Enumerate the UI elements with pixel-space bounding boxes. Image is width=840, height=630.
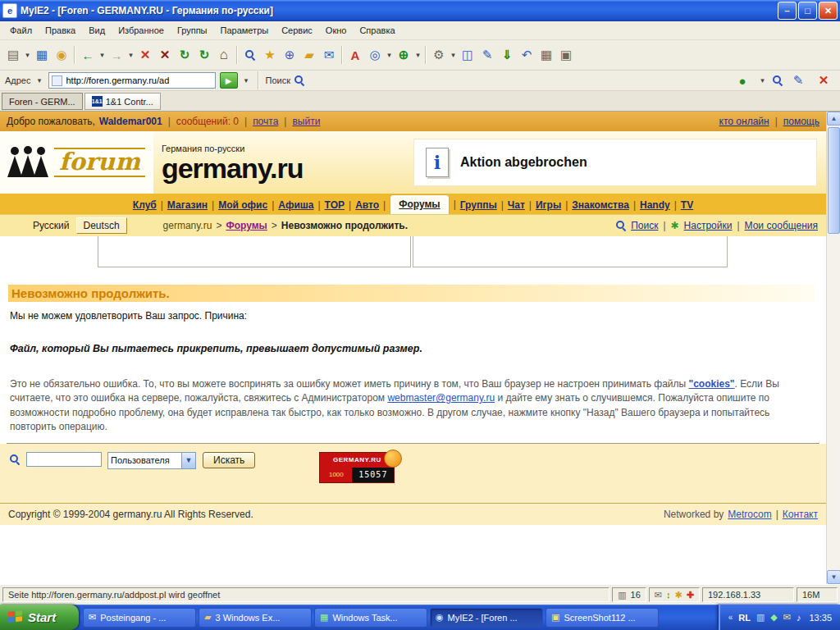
search-type-select[interactable]: Пользователя ▼ <box>107 452 196 469</box>
undo-icon[interactable]: ↶ <box>517 44 536 66</box>
mail-link[interactable]: почта <box>253 116 278 127</box>
users-icon[interactable]: ◎ <box>365 44 385 66</box>
back-icon[interactable]: ← <box>78 44 98 66</box>
user-search-input[interactable] <box>26 452 102 467</box>
nav-afisha[interactable]: Афиша <box>278 199 313 211</box>
scroll-down-icon[interactable]: ▼ <box>827 570 840 584</box>
nav-avto[interactable]: Авто <box>355 199 379 211</box>
tray-shield-icon[interactable]: ◆ <box>770 612 777 623</box>
who-online-link[interactable]: кто онлайн <box>719 116 769 127</box>
minimize-button[interactable]: – <box>778 2 797 20</box>
logout-link[interactable]: выйти <box>292 116 320 127</box>
accounts-icon[interactable]: ◉ <box>52 44 71 66</box>
highlight-icon[interactable]: ● <box>733 70 752 91</box>
lang-russian-button[interactable]: Русский <box>26 218 76 233</box>
download-icon[interactable]: ⇓ <box>497 44 517 66</box>
address-input[interactable] <box>65 75 212 86</box>
users-dropdown-icon[interactable]: ▾ <box>385 44 394 66</box>
breadcrumb-forums[interactable]: Форумы <box>226 220 267 231</box>
breadcrumb-site[interactable]: germany.ru <box>163 220 212 231</box>
quicksearch-icon[interactable] <box>294 75 304 85</box>
stop-icon[interactable]: ✕ <box>135 44 155 66</box>
taskbar-item-screenshot[interactable]: ▣ ScreenShot112 ... <box>546 608 659 628</box>
menu-options[interactable]: Параметры <box>214 24 276 37</box>
stop-all-icon[interactable]: ✕ <box>155 44 175 66</box>
print-icon[interactable]: ▣ <box>556 44 576 66</box>
search-panel-icon[interactable] <box>240 44 260 66</box>
nav-klub[interactable]: Клуб <box>133 199 157 211</box>
settings-link[interactable]: Настройки <box>684 220 733 231</box>
tray-mail-icon[interactable]: ✉ <box>783 612 791 623</box>
nav-tv[interactable]: TV <box>681 199 693 211</box>
tile-windows-icon[interactable]: ▦ <box>536 44 556 66</box>
forward-dropdown-icon[interactable]: ▾ <box>126 44 135 66</box>
nav-igry[interactable]: Игры <box>536 199 561 211</box>
nav-gruppy[interactable]: Группы <box>460 199 497 211</box>
close-button[interactable]: ✕ <box>819 2 838 20</box>
highlight-dropdown-icon[interactable]: ▾ <box>758 70 767 91</box>
search-submit-button[interactable]: Искать <box>203 452 255 468</box>
address-dropdown-icon[interactable]: ▾ <box>35 70 44 91</box>
help-link[interactable]: помощь <box>783 116 819 127</box>
favorites-icon[interactable]: ★ <box>260 44 280 66</box>
menu-file[interactable]: Файл <box>3 24 39 37</box>
taskbar-clock[interactable]: 13:35 <box>809 613 832 623</box>
site-block[interactable]: Германия по-русски germany.ru <box>162 144 304 182</box>
split-view-icon[interactable]: ◫ <box>458 44 477 66</box>
nav-handy[interactable]: Handy <box>640 199 670 211</box>
menu-window[interactable]: Окно <box>319 24 354 37</box>
folder-icon[interactable]: ▰ <box>299 44 319 66</box>
subnav-search-icon[interactable] <box>616 221 626 231</box>
page-scrollbar[interactable]: ▲ ▼ <box>826 112 840 584</box>
go-button[interactable]: ▶ <box>220 72 238 89</box>
tab-foren[interactable]: Foren - GERM... <box>2 93 83 110</box>
taskbar-item-posteingang[interactable]: ✉ Posteingang - ... <box>83 608 196 628</box>
translate-dropdown-icon[interactable]: ▾ <box>413 44 422 66</box>
refresh-all-icon[interactable]: ↻ <box>194 44 214 66</box>
clear-icon[interactable]: ✕ <box>814 70 833 91</box>
nav-top[interactable]: TOP <box>325 199 345 211</box>
home-icon[interactable]: ⌂ <box>214 44 234 66</box>
fontsize-icon[interactable]: A <box>345 44 365 66</box>
tray-network-icon[interactable]: ▥ <box>756 612 765 623</box>
go-dropdown-icon[interactable]: ▾ <box>242 70 251 91</box>
nav-znakomstva[interactable]: Знакомства <box>572 199 629 211</box>
find-icon[interactable] <box>773 75 783 85</box>
taskbar-item-myie2[interactable]: ◉ MyIE2 - [Foren ... <box>430 608 543 628</box>
messages-count[interactable]: сообщений: 0 <box>176 116 239 127</box>
taskbar-item-windows-explorer-group[interactable]: ▰ 3 Windows Ex... <box>199 608 312 628</box>
status-health-icon[interactable]: ✚ <box>687 590 694 600</box>
metrocom-link[interactable]: Metrocom <box>728 509 771 520</box>
maximize-button[interactable]: □ <box>798 2 817 20</box>
germany-ru-banner[interactable]: GERMANY.RU 1000 15057 <box>319 452 395 483</box>
subnav-search-link[interactable]: Поиск <box>631 220 658 231</box>
my-messages-link[interactable]: Мои сообщения <box>745 220 818 231</box>
menu-favorites[interactable]: Избранное <box>112 24 171 37</box>
username[interactable]: Waldemar001 <box>99 116 162 127</box>
refresh-icon[interactable]: ↻ <box>175 44 194 66</box>
nav-magazin[interactable]: Магазин <box>167 199 208 211</box>
status-mail-icon[interactable]: ✉ <box>655 590 662 600</box>
edit-icon[interactable]: ✎ <box>788 70 808 91</box>
nav-chat[interactable]: Чат <box>508 199 525 211</box>
form-fill-icon[interactable]: ✎ <box>477 44 497 66</box>
contact-link[interactable]: Контакт <box>783 509 818 520</box>
taskbar-item-task-manager[interactable]: ▦ Windows Task... <box>314 608 427 628</box>
menu-view[interactable]: Вид <box>82 24 112 37</box>
menu-edit[interactable]: Правка <box>39 24 82 37</box>
new-page-dropdown-icon[interactable]: ▾ <box>23 44 32 66</box>
gear-icon[interactable]: ⚙ <box>429 44 449 66</box>
save-icon[interactable]: ▦ <box>32 44 52 66</box>
menu-tools[interactable]: Сервис <box>275 24 319 37</box>
nav-forumy-active[interactable]: Форумы <box>390 194 449 214</box>
scrollbar-thumb[interactable] <box>828 127 840 234</box>
forward-icon[interactable]: → <box>107 44 126 66</box>
status-transfer-icon[interactable]: ↕ <box>666 590 671 600</box>
scroll-up-icon[interactable]: ▲ <box>827 112 840 126</box>
webmaster-link[interactable]: webmaster@germany.ru <box>387 392 495 404</box>
status-alert-icon[interactable]: ✱ <box>675 590 682 600</box>
mail-icon[interactable]: ✉ <box>319 44 339 66</box>
menu-help[interactable]: Справка <box>353 24 401 37</box>
menu-groups[interactable]: Группы <box>171 24 214 37</box>
tray-volume-icon[interactable]: ♪ <box>797 613 801 623</box>
